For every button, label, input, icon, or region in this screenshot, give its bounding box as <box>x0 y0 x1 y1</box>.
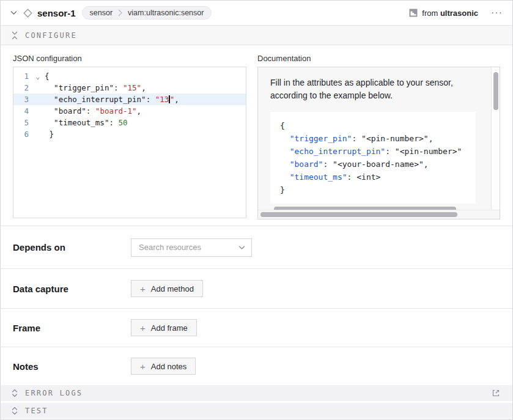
code-line-content: "board": "board-1", <box>35 105 141 117</box>
add-frame-button-label: Add frame <box>151 323 188 333</box>
frame-label: Frame <box>13 323 131 333</box>
code-line-content: "echo_interrupt_pin": "13", <box>35 94 179 105</box>
line-number: 6 <box>13 128 35 140</box>
depends-on-row: Depends on <box>1 226 512 268</box>
code-line[interactable]: 4 "board": "board-1", <box>13 105 246 117</box>
plus-icon: + <box>140 362 146 371</box>
code-line-content: } <box>35 128 54 140</box>
code-line[interactable]: 2 "trigger_pin": "15", <box>13 82 246 94</box>
add-notes-button-label: Add notes <box>151 362 187 371</box>
test-section-label: TEST <box>25 407 48 415</box>
line-number: 2 <box>13 82 35 94</box>
json-editor-lines: 1⌄ {2 "trigger_pin": "15",3 "echo_interr… <box>13 70 246 140</box>
add-method-button[interactable]: + Add method <box>131 280 203 297</box>
add-frame-button[interactable]: + Add frame <box>131 319 197 336</box>
notes-label: Notes <box>13 361 131 372</box>
line-number: 5 <box>13 117 35 128</box>
add-method-button-label: Add method <box>151 284 194 293</box>
badge-chevron-icon <box>118 9 122 17</box>
code-line-active[interactable]: 3 "echo_interrupt_pin": "13", <box>13 94 246 105</box>
json-config-column: JSON configuration 1⌄ {2 "trigger_pin": … <box>13 54 246 226</box>
from-text: from ultrasonic <box>422 9 478 18</box>
documentation-column: Documentation Fill in the attributes as … <box>257 54 500 226</box>
plus-icon: + <box>140 284 146 293</box>
documentation-content: Fill in the attributes as applicable to … <box>258 67 491 210</box>
module-name: ultrasonic <box>440 9 478 18</box>
component-name: sensor-1 <box>37 8 76 18</box>
documentation-label: Documentation <box>257 54 500 63</box>
plus-icon: + <box>140 323 146 333</box>
test-section-bar[interactable]: TEST <box>1 403 512 419</box>
configure-section-label: CONFIGURE <box>25 31 77 40</box>
code-line[interactable]: 5 "timeout_ms": 50 <box>13 117 246 128</box>
expand-section-icon <box>11 407 18 415</box>
notes-row: Notes + Add notes <box>1 347 512 385</box>
code-line-content: "timeout_ms": 50 <box>35 117 128 128</box>
data-capture-row: Data capture + Add method <box>1 268 512 308</box>
doc-code-line: "timeout_ms": <int> <box>280 171 466 183</box>
frame-row: Frame + Add frame <box>1 308 512 347</box>
doc-code-block: { "trigger_pin": "<pin-number>", "echo_i… <box>270 112 476 204</box>
code-line-content: ⌄ { <box>35 70 50 82</box>
search-resources-input[interactable] <box>139 243 238 252</box>
json-editor[interactable]: 1⌄ {2 "trigger_pin": "15",3 "echo_interr… <box>13 67 246 218</box>
add-notes-button[interactable]: + Add notes <box>131 358 196 375</box>
code-line[interactable]: 6 } <box>13 128 246 140</box>
line-number: 3 <box>13 94 35 105</box>
type-label: sensor <box>90 9 113 17</box>
doc-code-line: "trigger_pin": "<pin-number>", <box>280 132 466 145</box>
doc-vertical-scrollbar-thumb[interactable] <box>493 72 498 110</box>
line-number: 1 <box>13 70 35 82</box>
configure-body: JSON configuration 1⌄ {2 "trigger_pin": … <box>1 45 512 226</box>
collapse-section-icon <box>11 31 18 40</box>
documentation-panel: Fill in the attributes as applicable to … <box>257 67 500 219</box>
more-menu-button[interactable]: ··· <box>490 9 504 17</box>
code-line[interactable]: 1⌄ { <box>13 70 246 82</box>
component-card: sensor-1 sensor viam:ultrasonic:sensor f… <box>0 0 513 420</box>
chevron-down-icon <box>238 245 245 250</box>
doc-horizontal-scrollbar-thumb[interactable] <box>260 212 457 217</box>
doc-code-line: { <box>280 119 466 132</box>
module-icon <box>409 9 418 17</box>
component-diamond-icon <box>23 9 32 18</box>
collapse-chevron-icon[interactable] <box>9 9 18 17</box>
expand-section-icon <box>11 389 18 397</box>
error-logs-section-label: ERROR LOGS <box>25 389 83 397</box>
configure-section-bar[interactable]: CONFIGURE <box>1 26 512 45</box>
bottom-filler <box>1 419 512 419</box>
documentation-intro: Fill in the attributes as applicable to … <box>270 76 487 102</box>
code-line-content: "trigger_pin": "15", <box>35 82 146 94</box>
data-capture-label: Data capture <box>13 284 131 294</box>
json-config-label: JSON configuration <box>13 54 246 63</box>
component-type-badge: sensor viam:ultrasonic:sensor <box>82 6 212 20</box>
model-label: viam:ultrasonic:sensor <box>128 9 204 17</box>
error-logs-section-bar[interactable]: ERROR LOGS <box>1 385 512 401</box>
open-logs-external-button[interactable] <box>490 387 502 399</box>
component-header: sensor-1 sensor viam:ultrasonic:sensor f… <box>1 1 512 26</box>
external-link-icon <box>491 388 501 398</box>
doc-code-line: "board": "<your-board-name>", <box>280 158 466 171</box>
line-number: 4 <box>13 105 35 117</box>
doc-vertical-scrollbar-track[interactable] <box>491 67 500 210</box>
depends-on-select[interactable] <box>131 238 252 257</box>
doc-code-line: } <box>280 183 466 196</box>
doc-scrollbar-divider <box>258 210 500 210</box>
depends-on-label: Depends on <box>13 242 131 252</box>
doc-code-line: "echo_interrupt_pin": "<pin-number>" <box>280 145 466 158</box>
